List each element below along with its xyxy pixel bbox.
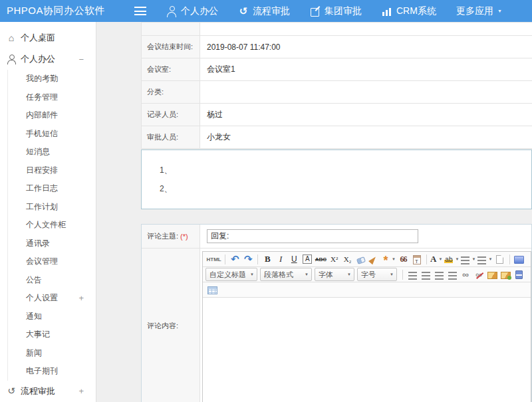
insert-image-online-icon xyxy=(501,272,511,279)
sidebar: ⌂个人桌面个人办公−我的考勤任务管理内部邮件手机短信短消息日程安排工作日志工作计… xyxy=(0,22,96,402)
sidebar-item-personal-desktop[interactable]: ⌂个人桌面 xyxy=(0,27,96,49)
toolbar-remove-format-button[interactable] xyxy=(354,253,367,266)
font-family-dropdown[interactable]: 字体▼ xyxy=(315,268,354,281)
sidebar-item-label: 流程审批 xyxy=(21,385,55,397)
blockquote-icon: 66 xyxy=(400,254,407,264)
toolbar-new-page-button[interactable] xyxy=(493,253,506,266)
editor-toolbar-row: 自定义标题▼段落格式▼字体▼字号▼∞∞ xyxy=(203,267,531,282)
sidebar-item-e-journal[interactable]: 电子期刊 xyxy=(8,362,96,381)
toolbar-subscript-button[interactable]: X₂ xyxy=(341,253,354,266)
toolbar-align-right-button[interactable] xyxy=(433,268,446,281)
toolbar-superscript-button[interactable]: X² xyxy=(328,253,340,266)
field-value: 杨过 xyxy=(200,104,532,126)
sidebar-item-personal-file-cabinet[interactable]: 个人文件柜 xyxy=(8,216,96,235)
sidebar-item-personal-office[interactable]: 个人办公− xyxy=(0,49,96,70)
editor-content-area[interactable] xyxy=(203,298,531,402)
subscript-icon: X₂ xyxy=(344,255,352,263)
preview-icon xyxy=(514,256,524,264)
toolbar-source-html-button[interactable]: HTML xyxy=(206,253,222,266)
chevron-down-icon: ▼ xyxy=(497,9,502,13)
sidebar-item-schedule[interactable]: 日程安排 xyxy=(8,161,96,180)
toolbar-redo-button[interactable]: ↷ xyxy=(242,253,255,266)
align-left-icon xyxy=(408,272,417,280)
toolbar-ordered-list-button[interactable]: ▼ xyxy=(460,253,476,266)
toolbar-char-border-button[interactable]: A xyxy=(301,253,314,266)
toolbar-preview-button[interactable] xyxy=(513,253,525,266)
nav-item-workflow-approval[interactable]: ↺流程审批 xyxy=(238,5,290,17)
toolbar-insert-image-online-button[interactable] xyxy=(499,268,512,281)
toolbar-undo-button[interactable]: ↶ xyxy=(229,253,241,266)
field-value: 会议室1 xyxy=(200,58,532,80)
toolbar-blockquote-button[interactable]: 66 xyxy=(397,253,410,266)
paragraph-format-dropdown[interactable]: 段落格式▼ xyxy=(260,268,312,281)
sidebar-item-news[interactable]: 新闻 xyxy=(8,344,96,363)
format-painter-icon xyxy=(368,254,378,264)
sidebar-item-mobile-sms[interactable]: 手机短信 xyxy=(8,125,96,144)
toolbar-align-justify-button[interactable] xyxy=(446,268,459,281)
bold-icon: B xyxy=(265,254,271,264)
sidebar-item-short-message[interactable]: 短消息 xyxy=(8,143,96,161)
nav-item-group-approval[interactable]: 集团审批 xyxy=(310,5,362,17)
auto-typeset-icon: * xyxy=(382,254,390,264)
toolbar-separator xyxy=(257,254,258,264)
sidebar-item-label: 工作日志 xyxy=(26,183,58,194)
sidebar-item-memorabilia[interactable]: 大事记 xyxy=(8,326,96,344)
expand-icon[interactable]: + xyxy=(78,293,84,303)
sidebar-item-announcement[interactable]: 公告 xyxy=(8,271,96,290)
font-size-dropdown[interactable]: 字号▼ xyxy=(357,268,397,281)
expand-icon[interactable]: + xyxy=(78,386,84,396)
toolbar-page-break-button[interactable] xyxy=(513,268,525,281)
toolbar-format-painter-button[interactable] xyxy=(368,253,380,266)
toolbar-italic-button[interactable]: I xyxy=(275,253,287,266)
page-break-icon xyxy=(515,270,523,279)
toolbar-unlink-button[interactable]: ∞ xyxy=(473,268,485,281)
toolbar-auto-typeset-button[interactable]: *▼ xyxy=(381,253,396,266)
redo-icon: ↷ xyxy=(244,254,253,264)
comment-subject-input[interactable] xyxy=(207,229,418,243)
hamburger-menu-icon[interactable] xyxy=(134,7,146,15)
unlink-icon: ∞ xyxy=(475,270,482,279)
table-row-partial xyxy=(142,23,532,36)
nav-item-personal-office[interactable]: 个人办公 xyxy=(166,5,218,17)
sidebar-item-workflow-approval[interactable]: ↺流程审批+ xyxy=(0,381,96,402)
nav-item-crm-system[interactable]: CRM系统 xyxy=(382,5,436,17)
toolbar-link-button[interactable]: ∞ xyxy=(460,268,472,281)
comment-content-label: 评论内容: xyxy=(147,321,178,331)
workflow-approval-icon: ↺ xyxy=(238,6,249,17)
chevron-down-icon: ▼ xyxy=(438,257,442,261)
sidebar-item-notification[interactable]: 通知 xyxy=(8,308,96,326)
nav-item-more-apps[interactable]: 更多应用▼ xyxy=(456,5,502,17)
toolbar-paste-as-text-button[interactable] xyxy=(410,253,423,266)
nav-item-label: CRM系统 xyxy=(396,5,436,17)
sidebar-item-label: 个人设置 xyxy=(26,292,58,304)
sidebar-item-work-plan[interactable]: 工作计划 xyxy=(8,198,96,217)
meeting-minutes-box[interactable]: 1、2、 xyxy=(141,150,532,209)
toolbar-align-left-button[interactable] xyxy=(406,268,419,281)
toolbar-underline-button[interactable]: U xyxy=(288,253,301,266)
sidebar-item-personal-settings[interactable]: 个人设置+ xyxy=(8,289,96,308)
table-row: 分类: xyxy=(142,81,532,104)
toolbar-insert-table-button[interactable] xyxy=(206,284,219,296)
collapse-icon[interactable]: − xyxy=(78,54,84,64)
sidebar-item-label: 个人办公 xyxy=(21,53,55,65)
toolbar-font-color-button[interactable]: A▼ xyxy=(430,253,443,266)
toolbar-align-center-button[interactable] xyxy=(420,268,432,281)
field-value xyxy=(200,81,532,103)
toolbar-unordered-list-button[interactable]: ▼ xyxy=(477,253,493,266)
sidebar-item-contacts[interactable]: 通讯录 xyxy=(8,235,96,253)
italic-icon: I xyxy=(279,254,282,264)
sidebar-item-my-attendance[interactable]: 我的考勤 xyxy=(8,70,96,88)
custom-title-dropdown[interactable]: 自定义标题▼ xyxy=(205,268,257,281)
sidebar-item-meeting-management[interactable]: 会议管理 xyxy=(8,252,96,271)
top-bar: PHPOA协同办公软件 个人办公↺流程审批集团审批CRM系统更多应用▼ xyxy=(0,0,532,22)
toolbar-insert-image-button[interactable] xyxy=(486,268,499,281)
sidebar-item-label: 工作计划 xyxy=(26,201,58,213)
toolbar-bold-button[interactable]: B xyxy=(261,253,274,266)
toolbar-strikethrough-button[interactable]: ABC xyxy=(315,253,327,266)
toolbar-separator xyxy=(402,270,403,280)
sidebar-item-internal-mail[interactable]: 内部邮件 xyxy=(8,106,96,125)
sidebar-item-task-management[interactable]: 任务管理 xyxy=(8,88,96,107)
sidebar-item-work-log[interactable]: 工作日志 xyxy=(8,179,96,198)
toolbar-highlight-color-button[interactable]: ab▼ xyxy=(444,253,460,266)
user-icon xyxy=(7,54,16,64)
